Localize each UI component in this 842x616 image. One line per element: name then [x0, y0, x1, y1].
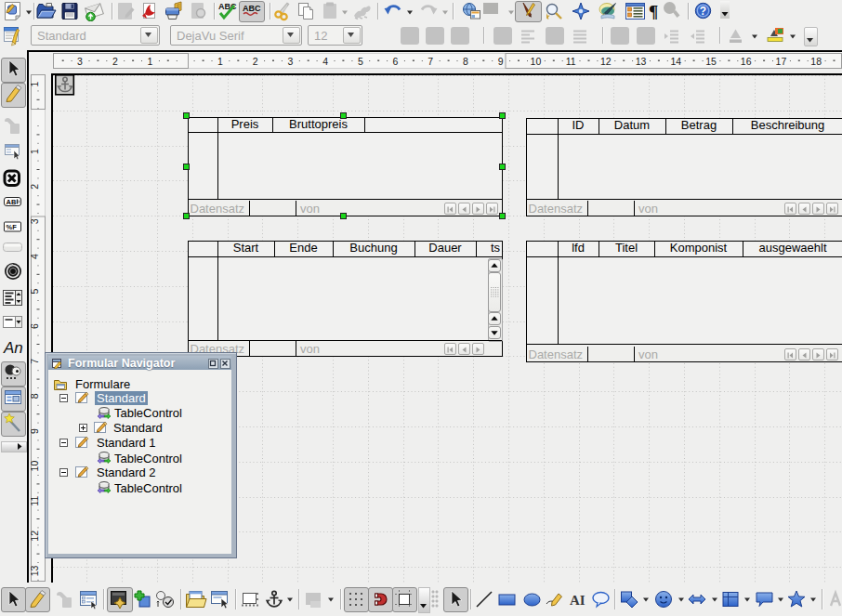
svg-text:12: 12 — [31, 531, 40, 542]
svg-text:8: 8 — [31, 393, 40, 399]
svg-text:4: 4 — [322, 56, 328, 67]
svg-text:10: 10 — [531, 56, 542, 67]
svg-text:7: 7 — [31, 359, 40, 364]
svg-text:13: 13 — [636, 56, 647, 67]
svg-text:1: 1 — [31, 81, 40, 86]
svg-text:3: 3 — [31, 218, 40, 224]
svg-text:7: 7 — [428, 56, 433, 67]
svg-text:5: 5 — [31, 289, 40, 295]
svg-text:8: 8 — [463, 56, 468, 67]
svg-text:11: 11 — [31, 496, 40, 506]
svg-text:10: 10 — [31, 461, 40, 472]
svg-text:%F: %F — [7, 223, 18, 231]
svg-text:1: 1 — [217, 56, 223, 67]
svg-text:AB: AB — [7, 198, 17, 206]
svg-text:3: 3 — [77, 56, 83, 67]
svg-text:¶: ¶ — [649, 2, 658, 21]
svg-text:?: ? — [700, 5, 706, 18]
svg-text:13: 13 — [31, 565, 40, 576]
svg-text:6: 6 — [31, 323, 40, 329]
svg-text:3: 3 — [287, 56, 293, 67]
svg-text:ABC: ABC — [243, 4, 261, 13]
svg-text:4: 4 — [31, 254, 40, 259]
svg-text:9: 9 — [498, 56, 504, 67]
svg-text:17: 17 — [776, 56, 787, 67]
svg-text:11: 11 — [566, 56, 576, 67]
svg-text:12: 12 — [600, 56, 612, 67]
svg-text:15: 15 — [705, 56, 717, 67]
svg-text:5: 5 — [358, 56, 363, 67]
svg-text:An: An — [3, 339, 23, 357]
svg-text:2: 2 — [112, 56, 118, 67]
svg-text:6: 6 — [393, 56, 399, 67]
svg-text:16: 16 — [741, 56, 752, 67]
svg-text:18: 18 — [810, 56, 822, 67]
svg-text:2: 2 — [31, 184, 40, 190]
svg-text:9: 9 — [31, 428, 40, 434]
svg-text:14: 14 — [670, 56, 681, 67]
svg-text:2: 2 — [253, 56, 258, 67]
svg-text:AI: AI — [570, 593, 585, 608]
svg-text:1: 1 — [148, 56, 153, 67]
svg-text:1: 1 — [31, 149, 40, 154]
